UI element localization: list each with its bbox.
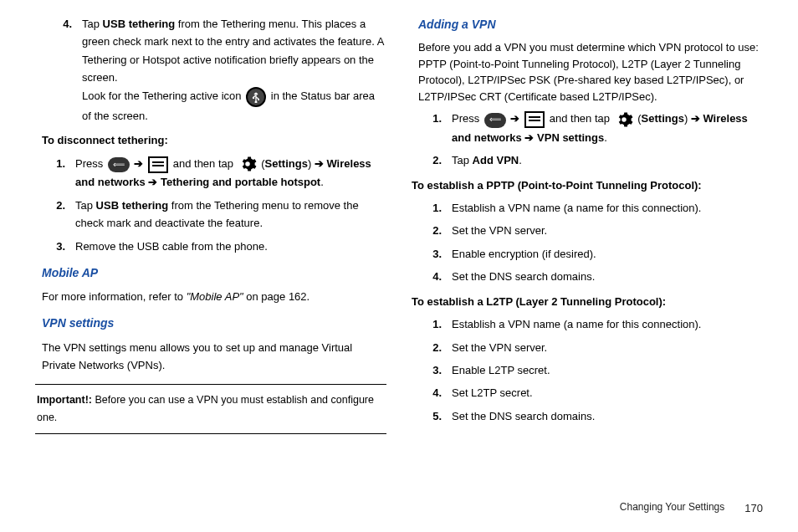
step-body: Press ⟸ ➔ and then tap (Settings) ➔ Wire…	[452, 110, 763, 146]
footer-page-number: 170	[744, 499, 763, 517]
gear-icon	[238, 155, 257, 173]
arrow-icon: ➔	[148, 176, 157, 188]
pptp-step-3: 3. Enable encryption (if desired).	[412, 245, 763, 263]
footer-section: Changing Your Settings	[620, 499, 724, 516]
step-number: 2.	[412, 222, 452, 239]
step-number: 1.	[412, 110, 452, 146]
svg-point-4	[622, 117, 627, 122]
tethering-hotspot-label: Tethering and portable hotspot	[161, 176, 320, 188]
step-number: 5.	[412, 407, 452, 425]
page-footer: Changing Your Settings 170	[620, 499, 763, 517]
step-body: Set the VPN server.	[452, 222, 763, 239]
gear-icon	[615, 110, 633, 129]
bold-text: USB tethering	[103, 18, 176, 30]
step-number: 3.	[412, 245, 452, 263]
l2tp-step-2: 2. Set the VPN server.	[412, 339, 763, 356]
right-column: Adding a VPN Before you add a VPN you mu…	[412, 15, 763, 434]
step-number: 1.	[35, 155, 75, 192]
step-number: 1.	[412, 199, 452, 217]
settings-label: Settings	[642, 112, 684, 125]
disconnect-step-1: 1. Press ⟸ ➔ and then tap (Settings) ➔ W…	[35, 155, 386, 192]
left-column: 4. Tap USB tethering from the Tethering …	[35, 15, 386, 434]
l2tp-step-1: 1. Establish a VPN name (a name for this…	[412, 315, 763, 333]
step-number: 3.	[412, 361, 452, 379]
arrow-icon: ➔	[691, 112, 700, 125]
step-body: Remove the USB cable from the phone.	[75, 238, 386, 255]
italic-reference: "Mobile AP"	[187, 290, 243, 303]
step-number: 4.	[412, 268, 452, 285]
text: Tap	[452, 154, 473, 166]
arrow-icon: ➔	[134, 157, 143, 170]
step-4: 4. Tap USB tethering from the Tethering …	[54, 15, 386, 125]
text: Look for the Tethering active icon	[82, 90, 244, 102]
text: Press	[75, 157, 106, 170]
mobile-ap-body: For more information, refer to "Mobile A…	[35, 288, 386, 305]
mobile-ap-heading: Mobile AP	[35, 263, 386, 283]
settings-label: Settings	[265, 157, 308, 170]
pptp-step-1: 1. Establish a VPN name (a name for this…	[412, 199, 763, 217]
home-button-icon: ⟸	[108, 155, 130, 172]
home-button-icon: ⟸	[484, 110, 506, 128]
step-number: 4.	[54, 15, 82, 125]
svg-point-2	[255, 100, 258, 103]
bold-text: USB tethering	[96, 199, 169, 212]
step-number: 2.	[412, 151, 452, 169]
usb-icon	[246, 87, 266, 107]
text: and then tap	[550, 112, 613, 125]
vpn-settings-label: VPN settings	[537, 131, 604, 144]
pptp-step-4: 4. Set the DNS search domains.	[412, 268, 763, 285]
step-body: Press ⟸ ➔ and then tap (Settings) ➔ Wire…	[75, 155, 386, 192]
step-body: Set L2TP secret.	[452, 384, 763, 402]
menu-icon	[148, 155, 168, 173]
vpn-settings-heading: VPN settings	[35, 314, 386, 333]
step-body: Enable encryption (if desired).	[452, 245, 763, 263]
step-number: 1.	[412, 315, 452, 333]
step-body: Set the DNS search domains.	[452, 407, 763, 425]
l2tp-step-4: 4. Set L2TP secret.	[412, 384, 763, 402]
disconnect-tethering-heading: To disconnect tethering:	[35, 131, 386, 149]
step-body: Set the DNS search domains.	[452, 268, 763, 285]
text: Tap	[75, 199, 96, 212]
vpn-settings-body: The VPN settings menu allows you to set …	[35, 339, 386, 375]
arrow-icon: ➔	[510, 112, 519, 125]
disconnect-step-3: 3. Remove the USB cable from the phone.	[35, 238, 386, 255]
menu-icon	[524, 110, 545, 129]
step-body: Tap Add VPN.	[452, 151, 763, 169]
text: on page 162.	[243, 290, 310, 303]
adding-vpn-heading: Adding a VPN	[412, 15, 763, 34]
text: and then tap	[173, 157, 237, 170]
step-body: Enable L2TP secret.	[452, 361, 763, 379]
text: )	[308, 157, 315, 170]
step-number: 2.	[412, 339, 452, 356]
important-note: Important!: Before you can use a VPN you…	[35, 384, 386, 433]
text: For more information, refer to	[42, 290, 187, 303]
l2tp-heading: To establish a L2TP (Layer 2 Tunneling P…	[412, 293, 763, 310]
disconnect-step-2: 2. Tap USB tethering from the Tethering …	[35, 197, 386, 233]
adding-vpn-body: Before you add a VPN you must determine …	[412, 39, 763, 105]
svg-point-3	[245, 161, 250, 166]
svg-point-0	[253, 97, 254, 99]
pptp-heading: To establish a PPTP (Point-to-Point Tunn…	[412, 176, 763, 194]
l2tp-step-3: 3. Enable L2TP secret.	[412, 361, 763, 379]
step-body: Set the VPN server.	[452, 339, 763, 356]
step-body: Tap USB tethering from the Tethering men…	[82, 15, 386, 125]
vpn-step-2: 2. Tap Add VPN.	[412, 151, 763, 169]
text: Tap	[82, 18, 103, 30]
step-body: Tap USB tethering from the Tethering men…	[75, 197, 386, 233]
step-number: 2.	[35, 197, 75, 233]
text: )	[684, 112, 691, 125]
vpn-step-1: 1. Press ⟸ ➔ and then tap (Settings) ➔ W…	[412, 110, 763, 146]
arrow-icon: ➔	[524, 131, 534, 144]
step-body: Establish a VPN name (a name for this co…	[452, 199, 763, 217]
step-number: 4.	[412, 384, 452, 402]
pptp-step-2: 2. Set the VPN server.	[412, 222, 763, 239]
important-label: Important!:	[37, 394, 92, 406]
step-number: 3.	[35, 238, 75, 255]
step-body: Establish a VPN name (a name for this co…	[452, 315, 763, 333]
arrow-icon: ➔	[315, 157, 324, 170]
text: Press	[452, 112, 483, 125]
add-vpn-label: Add VPN	[473, 154, 519, 166]
l2tp-step-5: 5. Set the DNS search domains.	[412, 407, 763, 425]
svg-rect-1	[258, 99, 259, 100]
